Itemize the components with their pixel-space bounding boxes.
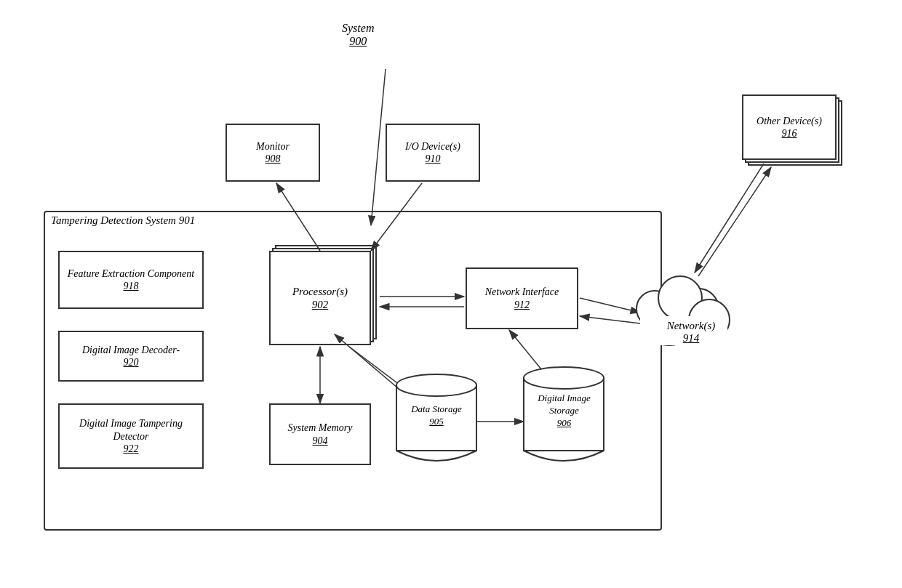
- tampering-label: Digital Image Tampering Detector: [64, 417, 198, 443]
- other-devices-number: 916: [782, 128, 797, 140]
- tampering-detector-box: Digital Image Tampering Detector 922: [58, 403, 204, 469]
- decoder-box: Digital Image Decoder- 920: [58, 331, 204, 382]
- io-label: I/O Device(s): [405, 140, 460, 153]
- monitor-label: Monitor: [256, 140, 290, 153]
- networks-label: Network(s) 914: [647, 320, 735, 345]
- tampering-number: 922: [124, 443, 139, 455]
- system-memory-number: 904: [313, 435, 328, 447]
- decoder-number: 920: [124, 357, 139, 368]
- main-system-label: Tampering Detection System 901: [51, 214, 195, 227]
- data-storage-label: Data Storage 905: [396, 403, 476, 428]
- io-number: 910: [426, 153, 441, 165]
- system-label: System 900: [342, 22, 374, 48]
- svg-point-23: [658, 276, 702, 320]
- feature-label: Feature Extraction Component: [68, 267, 194, 281]
- digital-image-storage-label: Digital Image Storage 906: [522, 392, 606, 430]
- feature-extraction-box: Feature Extraction Component 918: [58, 251, 204, 309]
- processor-label: Processor(s): [292, 285, 348, 299]
- other-devices-box: Other Device(s) 916: [742, 94, 837, 160]
- system-number: 900: [349, 35, 367, 47]
- svg-line-2: [371, 69, 386, 225]
- feature-number: 918: [124, 281, 139, 292]
- processor-box: Processor(s) 902: [269, 251, 371, 345]
- io-device-box: I/O Device(s) 910: [386, 124, 480, 182]
- network-interface-label: Network Interface: [485, 286, 559, 299]
- decoder-label: Digital Image Decoder-: [82, 344, 180, 357]
- svg-line-15: [695, 164, 764, 273]
- other-devices-label: Other Device(s): [757, 115, 822, 128]
- processor-number: 902: [312, 299, 329, 311]
- system-memory-box: System Memory 904: [269, 403, 371, 465]
- svg-line-14: [698, 167, 771, 276]
- system-text: System: [342, 22, 374, 34]
- network-interface-number: 912: [514, 299, 530, 311]
- monitor-box: Monitor 908: [226, 124, 320, 182]
- diagram: System 900 Tampering Detection System 90…: [0, 0, 902, 588]
- system-memory-label: System Memory: [287, 422, 352, 435]
- network-interface-box: Network Interface 912: [466, 267, 578, 329]
- monitor-number: 908: [266, 153, 281, 165]
